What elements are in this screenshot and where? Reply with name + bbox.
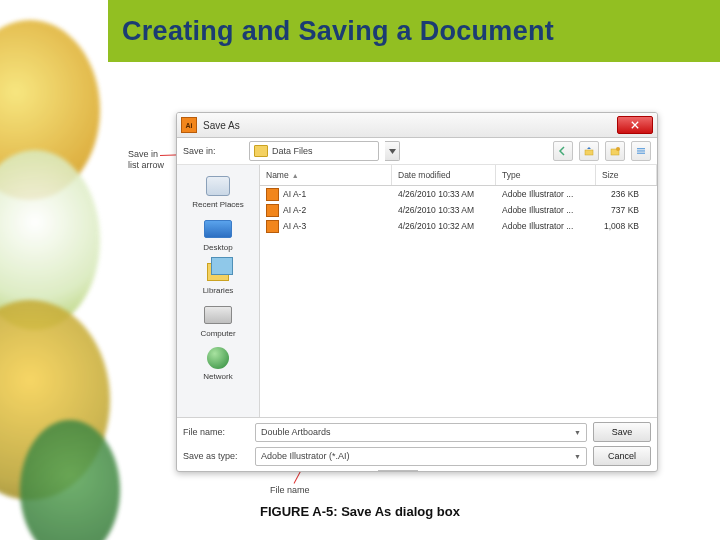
sort-indicator-icon: ▲: [292, 172, 299, 179]
dialog-titlebar: Ai Save As: [177, 113, 657, 138]
figure-caption: FIGURE A-5: Save As dialog box: [0, 504, 720, 519]
artboard-range-input[interactable]: 1-2: [378, 470, 418, 472]
back-button[interactable]: [553, 141, 573, 161]
svg-rect-3: [637, 148, 645, 149]
desktop-icon: [203, 217, 233, 241]
place-network[interactable]: Network: [182, 343, 254, 384]
save-in-current-folder: Data Files: [272, 146, 313, 156]
places-sidebar: Recent Places Desktop Libraries Computer…: [177, 165, 260, 417]
libraries-icon: [203, 260, 233, 284]
chevron-down-icon: ▼: [574, 453, 581, 460]
file-name-input[interactable]: Double Artboards▼: [255, 423, 587, 442]
ai-file-icon: [266, 204, 279, 217]
svg-rect-5: [637, 153, 645, 154]
illustrator-app-icon: Ai: [181, 117, 197, 133]
view-menu-button[interactable]: [631, 141, 651, 161]
place-libraries[interactable]: Libraries: [182, 257, 254, 298]
chevron-down-icon: [389, 149, 396, 154]
place-label: Computer: [200, 329, 235, 338]
file-name-label: File name:: [183, 427, 249, 437]
save-button[interactable]: Save: [593, 422, 651, 442]
use-artboards-checkbox[interactable]: [185, 472, 198, 473]
callout-file-name: File name: [270, 485, 330, 496]
back-arrow-icon: [558, 146, 568, 156]
folder-up-icon: [584, 146, 594, 156]
dialog-title-text: Save As: [203, 120, 240, 131]
file-row[interactable]: AI A-3 4/26/2010 10:32 AM Adobe Illustra…: [260, 218, 657, 234]
network-icon: [203, 346, 233, 370]
callout-save-in-list-arrow: Save in list arrow: [128, 149, 178, 171]
file-row[interactable]: AI A-2 4/26/2010 10:33 AM Adobe Illustra…: [260, 202, 657, 218]
save-as-type-label: Save as type:: [183, 451, 249, 461]
ai-file-icon: [266, 220, 279, 233]
svg-rect-0: [585, 150, 593, 155]
computer-icon: [203, 303, 233, 327]
svg-point-2: [616, 147, 620, 151]
save-in-dropdown[interactable]: Data Files: [249, 141, 379, 161]
column-header-name[interactable]: Name▲: [260, 165, 392, 185]
place-computer[interactable]: Computer: [182, 300, 254, 341]
column-header-size[interactable]: Size: [596, 165, 657, 185]
place-label: Libraries: [203, 286, 234, 295]
place-label: Recent Places: [192, 200, 244, 209]
recent-places-icon: [203, 174, 233, 198]
dialog-bottom-panel: File name: Double Artboards▼ Save Save a…: [177, 417, 657, 472]
file-row[interactable]: AI A-1 4/26/2010 10:33 AM Adobe Illustra…: [260, 186, 657, 202]
save-as-type-dropdown[interactable]: Adobe Illustrator (*.AI)▼: [255, 447, 587, 466]
save-in-row: Save in: Data Files: [177, 138, 657, 165]
close-button[interactable]: [617, 116, 653, 134]
column-header-type[interactable]: Type: [496, 165, 596, 185]
file-list: AI A-1 4/26/2010 10:33 AM Adobe Illustra…: [260, 186, 657, 417]
chevron-down-icon: ▼: [574, 429, 581, 436]
place-label: Desktop: [203, 243, 232, 252]
save-in-label: Save in:: [183, 146, 243, 156]
file-list-area: Name▲ Date modified Type Size AI A-1 4/2…: [260, 165, 657, 417]
save-as-dialog: Ai Save As Save in: Data Files Recent P: [176, 112, 658, 472]
slide-title-bar: Creating and Saving a Document: [108, 0, 720, 62]
svg-rect-4: [637, 150, 645, 151]
place-label: Network: [203, 372, 232, 381]
file-list-columns-header: Name▲ Date modified Type Size: [260, 165, 657, 186]
cancel-button[interactable]: Cancel: [593, 446, 651, 466]
save-in-list-arrow[interactable]: [385, 141, 400, 161]
new-folder-icon: [610, 146, 620, 156]
folder-icon: [254, 145, 268, 157]
place-recent-places[interactable]: Recent Places: [182, 171, 254, 212]
up-one-level-button[interactable]: [579, 141, 599, 161]
column-header-date-modified[interactable]: Date modified: [392, 165, 496, 185]
close-icon: [631, 121, 639, 129]
decorative-sidebar-art: [0, 0, 108, 540]
new-folder-button[interactable]: [605, 141, 625, 161]
slide-title: Creating and Saving a Document: [122, 16, 554, 47]
ai-file-icon: [266, 188, 279, 201]
place-desktop[interactable]: Desktop: [182, 214, 254, 255]
view-list-icon: [636, 146, 646, 156]
